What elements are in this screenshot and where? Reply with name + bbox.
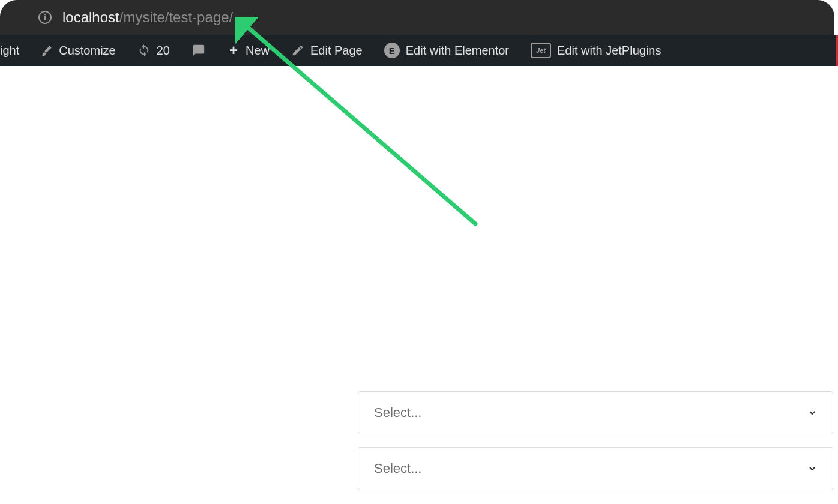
comment-icon <box>191 44 206 57</box>
edit-elementor-label: Edit with Elementor <box>406 44 509 58</box>
customize-label: Customize <box>59 44 115 58</box>
url-path: /mysite/test-page/ <box>119 9 233 25</box>
updates-count: 20 <box>157 44 170 58</box>
info-icon[interactable]: i <box>38 11 52 24</box>
comments-button[interactable] <box>181 35 217 66</box>
select-placeholder: Select... <box>374 405 421 421</box>
partial-label: ight <box>0 44 19 58</box>
select-dropdown-1[interactable]: Select... <box>358 391 833 434</box>
customize-button[interactable]: Customize <box>30 35 126 66</box>
plus-icon: + <box>228 44 240 56</box>
edit-elementor-button[interactable]: E Edit with Elementor <box>373 35 520 66</box>
jet-icon: Jet <box>531 43 551 58</box>
url-host: localhost <box>62 9 119 25</box>
chevron-down-icon <box>807 408 817 418</box>
updates-button[interactable]: 20 <box>127 35 181 66</box>
elementor-icon: E <box>384 43 400 58</box>
edit-jetplugins-button[interactable]: Jet Edit with JetPlugins <box>520 35 672 66</box>
edit-page-label: Edit Page <box>310 44 363 58</box>
select-box[interactable]: Select... <box>358 391 833 434</box>
edit-jetplugins-label: Edit with JetPlugins <box>557 44 661 58</box>
url-container[interactable]: i localhost/mysite/test-page/ <box>38 9 233 26</box>
chevron-down-icon <box>807 464 817 473</box>
wp-admin-bar: ight Customize 20 + New Edit Page E Edit… <box>0 35 838 66</box>
select-placeholder: Select... <box>374 461 421 476</box>
new-button[interactable]: + New <box>217 35 280 66</box>
url-text[interactable]: localhost/mysite/test-page/ <box>62 9 233 26</box>
edit-page-button[interactable]: Edit Page <box>280 35 373 66</box>
new-label: New <box>246 44 270 58</box>
refresh-icon <box>137 44 151 57</box>
admin-item-partial[interactable]: ight <box>0 35 30 66</box>
select-box[interactable]: Select... <box>358 447 833 490</box>
select-dropdown-2[interactable]: Select... <box>358 447 833 490</box>
brush-icon <box>41 44 53 56</box>
browser-address-bar: i localhost/mysite/test-page/ <box>0 0 834 35</box>
pencil-icon <box>291 44 304 57</box>
